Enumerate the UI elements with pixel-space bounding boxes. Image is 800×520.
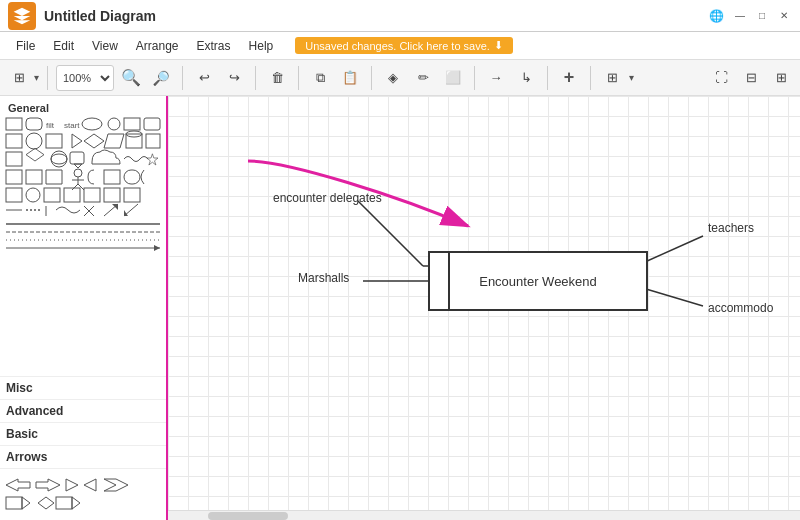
paste-button[interactable]: 📋 [337,65,363,91]
shapes-container: General filt start [0,96,166,376]
copy-button[interactable]: ⧉ [307,65,333,91]
toolbar-separator [47,66,48,90]
undo-button[interactable]: ↩ [191,65,217,91]
misc-section[interactable]: Misc [0,376,166,399]
zoom-selector[interactable]: 100% 50% 75% 150% [56,65,114,91]
maximize-button[interactable]: □ [754,8,770,24]
basic-section[interactable]: Basic [0,422,166,445]
svg-marker-18 [26,148,44,161]
svg-marker-56 [36,479,60,491]
svg-marker-57 [66,479,78,491]
svg-rect-33 [124,170,140,184]
panel-button[interactable]: ⊟ [738,65,764,91]
svg-rect-8 [6,134,22,148]
redo-button[interactable]: ↪ [221,65,247,91]
unsaved-changes-banner[interactable]: Unsaved changes. Click here to save. ⬇ [295,37,513,54]
process-box-label: Encounter Weekend [479,274,597,289]
table-button[interactable]: ⊞ [599,65,625,91]
svg-line-66 [358,201,423,266]
svg-marker-58 [84,479,96,491]
unsaved-text: Unsaved changes. Click here to save. [305,40,490,52]
svg-marker-64 [72,497,80,509]
svg-marker-12 [84,134,104,148]
toolbar-separator-8 [590,66,591,90]
svg-rect-38 [84,188,100,202]
fullscreen-button[interactable]: ⛶ [708,65,734,91]
minimize-button[interactable]: — [732,8,748,24]
left-bracket [428,251,450,311]
arrow-shapes-panel [0,468,166,520]
svg-rect-16 [146,134,160,148]
svg-point-4 [82,118,102,130]
app-logo [8,2,36,30]
connection-button[interactable]: → [483,65,509,91]
arrows-section[interactable]: Arrows [0,445,166,468]
svg-rect-32 [104,170,120,184]
svg-line-31 [78,184,84,190]
svg-rect-21 [70,152,84,164]
globe-icon[interactable]: 🌐 [709,9,724,23]
svg-rect-60 [6,497,22,509]
menu-extras[interactable]: Extras [189,37,239,55]
svg-text:start: start [64,121,80,130]
accommodo-label: accommodo [708,301,773,315]
svg-marker-59 [104,479,128,491]
shadow-button[interactable]: ⬜ [440,65,466,91]
encounter-delegates-label: encounter delegates [273,191,382,205]
shapes-panel: General filt start [0,96,168,520]
marshalls-label: Marshalls [298,271,349,285]
scrollbar-thumb[interactable] [208,512,288,520]
right-bracket [626,251,648,311]
horizontal-scrollbar[interactable] [168,510,800,520]
arrow-shapes-svg [4,473,164,513]
svg-marker-26 [46,170,62,184]
zoom-out-button[interactable]: 🔍 [148,65,174,91]
svg-rect-34 [6,188,22,202]
process-box[interactable]: Encounter Weekend [448,251,628,311]
menu-view[interactable]: View [84,37,126,55]
fill-button[interactable]: ◈ [380,65,406,91]
svg-line-30 [72,184,78,190]
zoom-in-button[interactable]: 🔍 [118,65,144,91]
waypoint-button[interactable]: ↳ [513,65,539,91]
svg-rect-40 [124,188,140,202]
svg-rect-6 [124,118,140,130]
toolbar-separator-7 [547,66,548,90]
menu-help[interactable]: Help [241,37,282,55]
main-area: General filt start [0,96,800,520]
menu-edit[interactable]: Edit [45,37,82,55]
svg-point-20 [51,151,67,167]
insert-button[interactable]: + [556,65,582,91]
canvas-area[interactable]: encounter delegates Marshalls teachers a… [168,96,800,520]
delete-button[interactable]: 🗑 [264,65,290,91]
toolbar-separator-4 [298,66,299,90]
svg-marker-13 [104,134,124,148]
toolbar: ⊞ ▾ 100% 50% 75% 150% 🔍 🔍 ↩ ↪ 🗑 ⧉ 📋 ◈ ✏ … [0,60,800,96]
menu-bar: File Edit View Arrange Extras Help Unsav… [0,32,800,60]
format-button[interactable]: ⊞ [6,65,32,91]
shapes-grid-svg: filt start [4,116,164,336]
document-title: Untitled Diagram [44,8,709,24]
more-button[interactable]: ⊞ [768,65,794,91]
svg-rect-7 [144,118,160,130]
svg-rect-63 [56,497,72,509]
svg-rect-24 [6,170,22,184]
toolbar-format-group: ⊞ ▾ [6,65,39,91]
svg-rect-25 [26,170,42,184]
svg-text:filt: filt [46,121,55,130]
download-icon: ⬇ [494,39,503,52]
general-section-label: General [4,100,162,116]
menu-file[interactable]: File [8,37,43,55]
toolbar-separator-6 [474,66,475,90]
svg-marker-23 [147,154,158,165]
menu-arrange[interactable]: Arrange [128,37,187,55]
title-bar: Untitled Diagram 🌐 — □ ✕ [0,0,800,32]
advanced-section[interactable]: Advanced [0,399,166,422]
line-color-button[interactable]: ✏ [410,65,436,91]
window-controls: — □ ✕ [732,8,792,24]
toolbar-separator-2 [182,66,183,90]
close-button[interactable]: ✕ [776,8,792,24]
svg-point-9 [26,133,42,149]
svg-point-19 [51,154,67,164]
svg-marker-22 [74,164,82,168]
